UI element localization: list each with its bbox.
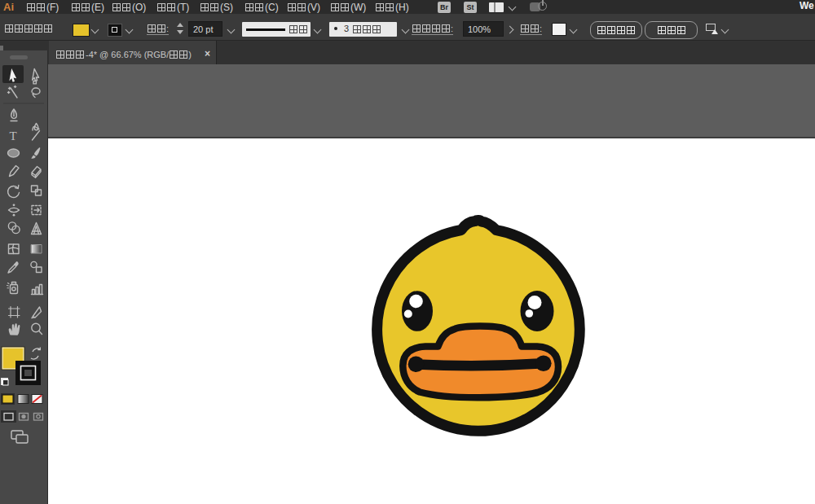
svg-text:T: T <box>10 129 17 142</box>
